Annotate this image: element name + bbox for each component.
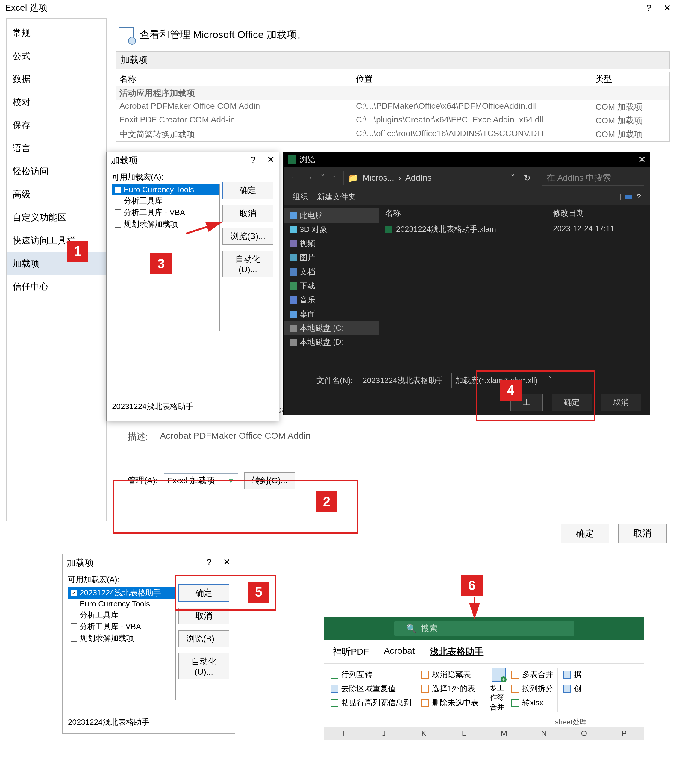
- ok-button[interactable]: 确定: [222, 182, 274, 199]
- select-other-button[interactable]: 选择1外的表: [420, 681, 480, 696]
- search-input[interactable]: 🔍 搜索: [394, 621, 574, 636]
- help-icon[interactable]: ?: [646, 3, 651, 13]
- file-list[interactable]: 名称 修改日期 20231224浅北表格助手.xlam 2023-12-24 1…: [379, 205, 650, 367]
- automation-button[interactable]: 自动化(U)...: [222, 250, 274, 277]
- automation-button[interactable]: 自动化(U)...: [179, 653, 229, 680]
- close-icon[interactable]: ✕: [664, 3, 671, 13]
- tree-item-disk-c[interactable]: 本地磁盘 (C:: [283, 321, 379, 335]
- folder-tree[interactable]: 此电脑 3D 对象 视频 图片 文档 下载 音乐 桌面 本地磁盘 (C: 本地磁…: [283, 205, 379, 367]
- col-name[interactable]: 名称: [385, 208, 553, 218]
- address-bar[interactable]: 📁 Micros... › AddIns ˅ ↻: [343, 171, 535, 185]
- cancel-button[interactable]: 取消: [601, 394, 641, 411]
- close-icon[interactable]: ✕: [267, 154, 275, 165]
- rowcol-swap-button[interactable]: 行列互转: [329, 667, 413, 681]
- list-item[interactable]: Euro Currency Tools: [112, 185, 219, 195]
- ok-button[interactable]: 确定: [561, 524, 609, 543]
- new-folder-button[interactable]: 新建文件夹: [317, 192, 356, 202]
- tree-item-3d[interactable]: 3D 对象: [283, 222, 379, 236]
- col-header[interactable]: N: [524, 727, 564, 740]
- sidebar-item-save[interactable]: 保存: [6, 114, 106, 137]
- sidebar-item-qat[interactable]: 快速访问工具栏: [6, 229, 106, 252]
- cancel-button[interactable]: 取消: [222, 205, 274, 222]
- help-icon[interactable]: ?: [207, 557, 212, 567]
- list-item[interactable]: 分析工具库 - VBA: [112, 207, 219, 218]
- tree-item-pictures[interactable]: 图片: [283, 250, 379, 265]
- checkbox-icon[interactable]: [71, 635, 77, 642]
- forward-icon[interactable]: →: [305, 173, 314, 183]
- sidebar-item-trust-center[interactable]: 信任中心: [6, 275, 106, 298]
- col-header[interactable]: L: [444, 727, 484, 740]
- addins-listbox[interactable]: 20231224浅北表格助手 Euro Currency Tools 分析工具库…: [68, 586, 176, 700]
- help-icon[interactable]: ?: [637, 192, 641, 202]
- tree-item-videos[interactable]: 视频: [283, 236, 379, 250]
- chevron-down-icon[interactable]: ˅: [511, 173, 515, 183]
- list-item[interactable]: 分析工具库: [112, 195, 219, 207]
- tree-item-downloads[interactable]: 下载: [283, 279, 379, 293]
- sidebar-item-formulas[interactable]: 公式: [6, 45, 106, 68]
- col-header[interactable]: K: [404, 727, 444, 740]
- sidebar-item-accessibility[interactable]: 轻松访问: [6, 160, 106, 183]
- view-icon[interactable]: [614, 194, 621, 200]
- tree-item-music[interactable]: 音乐: [283, 293, 379, 307]
- col-header[interactable]: I: [324, 727, 364, 740]
- organize-button[interactable]: 组织: [292, 192, 308, 202]
- table-row[interactable]: Foxit PDF Creator COM Add-in C:\...\plug…: [116, 114, 670, 128]
- checkbox-icon[interactable]: [115, 209, 121, 216]
- up-icon[interactable]: ↑: [332, 173, 336, 183]
- checkbox-icon[interactable]: [71, 612, 77, 618]
- filename-input[interactable]: [359, 374, 446, 387]
- cancel-button[interactable]: 取消: [618, 524, 667, 543]
- col-header[interactable]: J: [364, 727, 404, 740]
- file-row[interactable]: 20231224浅北表格助手.xlam 2023-12-24 17:11: [379, 221, 650, 238]
- list-item[interactable]: 分析工具库 - VBA: [68, 621, 176, 633]
- sidebar-item-general[interactable]: 常规: [6, 22, 106, 45]
- view-icon[interactable]: [625, 195, 632, 199]
- col-header[interactable]: O: [564, 727, 605, 740]
- checkbox-icon[interactable]: [115, 187, 121, 193]
- unhide-sheets-button[interactable]: 取消隐藏表: [420, 667, 480, 681]
- tab-foxit[interactable]: 福昕PDF: [333, 646, 369, 658]
- close-icon[interactable]: ✕: [223, 557, 230, 567]
- table-row[interactable]: 中文简繁转换加载项 C:\...\office\root\Office16\AD…: [116, 128, 670, 142]
- merge-sheets-button[interactable]: 多表合并: [510, 667, 555, 681]
- col-location[interactable]: 位置: [352, 72, 592, 86]
- partial-button-1[interactable]: 据: [562, 667, 583, 681]
- delete-unselected-button[interactable]: 删除未选中表: [420, 696, 480, 710]
- checkbox-icon[interactable]: [71, 590, 77, 596]
- checkbox-icon[interactable]: [115, 221, 121, 227]
- browse-button[interactable]: 浏览(B)...: [222, 228, 274, 245]
- to-xlsx-button[interactable]: 转xlsx: [510, 696, 555, 710]
- split-by-col-button[interactable]: 按列拆分: [510, 681, 555, 696]
- list-item[interactable]: 20231224浅北表格助手: [68, 587, 176, 599]
- sidebar-item-customize-ribbon[interactable]: 自定义功能区: [6, 206, 106, 229]
- refresh-icon[interactable]: ↻: [519, 173, 530, 183]
- tab-qianbei[interactable]: 浅北表格助手: [430, 646, 483, 658]
- list-item[interactable]: 分析工具库: [68, 609, 176, 621]
- sidebar-item-proofing[interactable]: 校对: [6, 91, 106, 114]
- sidebar-item-language[interactable]: 语言: [6, 137, 106, 160]
- close-icon[interactable]: ✕: [638, 154, 646, 165]
- list-item[interactable]: Euro Currency Tools: [68, 599, 176, 609]
- chevron-down-icon[interactable]: ˅: [321, 173, 325, 183]
- tree-item-desktop[interactable]: 桌面: [283, 307, 379, 321]
- sidebar-item-data[interactable]: 数据: [6, 68, 106, 91]
- tree-item-documents[interactable]: 文档: [283, 265, 379, 279]
- col-type[interactable]: 类型: [592, 72, 670, 86]
- help-icon[interactable]: ?: [250, 154, 256, 165]
- col-header[interactable]: P: [604, 727, 644, 740]
- col-date[interactable]: 修改日期: [553, 208, 584, 218]
- checkbox-icon[interactable]: [115, 198, 121, 204]
- browse-button[interactable]: 浏览(B)...: [179, 630, 229, 647]
- search-input[interactable]: 在 AddIns 中搜索: [542, 170, 644, 186]
- back-icon[interactable]: ←: [289, 173, 298, 183]
- list-item[interactable]: 规划求解加载项: [68, 633, 176, 644]
- tree-item-disk-d[interactable]: 本地磁盘 (D:: [283, 335, 379, 349]
- table-row[interactable]: Acrobat PDFMaker Office COM Addin C:\...…: [116, 100, 670, 114]
- col-name[interactable]: 名称: [116, 72, 352, 86]
- sidebar-item-advanced[interactable]: 高级: [6, 183, 106, 206]
- sidebar-item-addins[interactable]: 加载项: [6, 252, 106, 275]
- merge-workbooks-button[interactable]: 多工作簿合并: [487, 667, 510, 712]
- checkbox-icon[interactable]: [71, 624, 77, 630]
- col-header[interactable]: M: [484, 727, 524, 740]
- partial-button-2[interactable]: 创: [562, 681, 583, 696]
